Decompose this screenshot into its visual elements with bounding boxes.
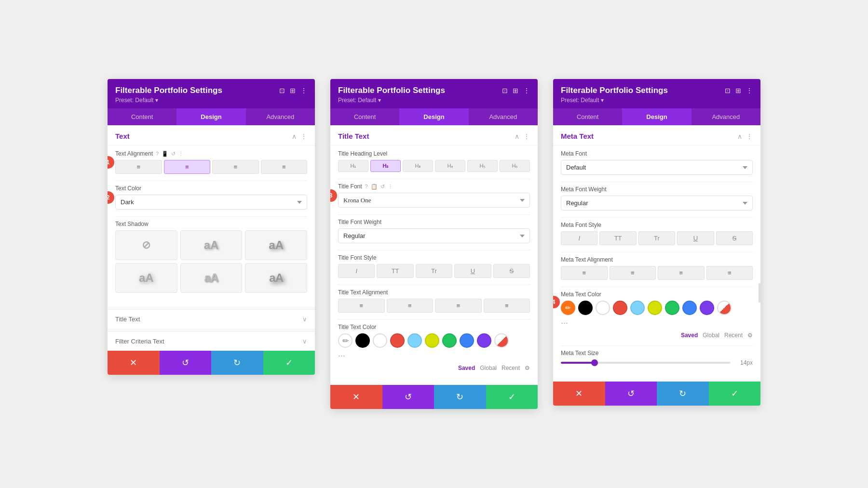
more-icon[interactable]: ⋮: [300, 87, 307, 94]
device-icon[interactable]: 📱: [162, 151, 168, 157]
swatch-purple-2[interactable]: [477, 333, 491, 348]
shadow-4[interactable]: aA: [180, 263, 243, 293]
meta-size-thumb[interactable]: [591, 359, 598, 366]
collapsible-filter-criteria-header[interactable]: Filter Criteria Text ∨: [108, 332, 315, 351]
tab-content-1[interactable]: Content: [108, 108, 176, 125]
recent-tab-3[interactable]: Recent: [724, 332, 743, 339]
strike-btn[interactable]: S: [493, 264, 530, 278]
title-align-right[interactable]: ≡: [435, 299, 482, 313]
h5-btn[interactable]: H₅: [467, 160, 498, 172]
options-icon-1[interactable]: ⋮: [300, 132, 307, 140]
tab-advanced-1[interactable]: Advanced: [246, 108, 315, 125]
options-icon-2[interactable]: ⋮: [523, 132, 530, 140]
scrollbar[interactable]: [759, 283, 760, 303]
global-tab-2[interactable]: Global: [480, 365, 497, 371]
more-icon-2[interactable]: ⋮: [523, 87, 530, 94]
meta-swatch-yellow[interactable]: [648, 301, 662, 315]
meta-swatch-purple[interactable]: [700, 301, 714, 315]
tab-design-3[interactable]: Design: [622, 108, 691, 125]
color-settings-2[interactable]: ⚙: [525, 365, 530, 371]
preset-chevron-3[interactable]: ▾: [601, 97, 604, 104]
meta-more-colors[interactable]: ···: [561, 318, 568, 328]
swatch-black-2[interactable]: [355, 333, 370, 348]
h4-btn[interactable]: H₄: [435, 160, 465, 172]
reset-icon[interactable]: ↺: [171, 151, 176, 157]
undo-button-3[interactable]: ↺: [605, 382, 657, 406]
swatch-blue-2[interactable]: [460, 333, 474, 348]
save-button-3[interactable]: ✓: [709, 382, 761, 406]
text-color-select[interactable]: Dark Light Custom: [115, 195, 307, 210]
options-icon-3[interactable]: ⋮: [746, 132, 753, 140]
more-icon-3[interactable]: ⋮: [746, 87, 753, 94]
font-help-icon[interactable]: ?: [365, 184, 368, 189]
align-left-btn[interactable]: ≡: [115, 160, 162, 174]
h3-btn[interactable]: H₃: [403, 160, 433, 172]
collapse-icon-1[interactable]: ∧: [292, 132, 297, 140]
meta-swatch-blue[interactable]: [682, 301, 697, 315]
align-center-btn[interactable]: ≡: [164, 160, 211, 174]
swatch-white-2[interactable]: [373, 333, 387, 348]
redo-button-3[interactable]: ↻: [657, 382, 709, 406]
shadow-none[interactable]: ⊘: [115, 230, 177, 260]
meta-tt-btn[interactable]: TT: [599, 231, 636, 245]
more-align-icon[interactable]: ⋮: [178, 151, 184, 157]
expand-icon-2[interactable]: ⊡: [502, 87, 508, 94]
font-reset-icon[interactable]: ↺: [380, 184, 385, 190]
grid-icon-2[interactable]: ⊞: [513, 87, 518, 94]
meta-align-right[interactable]: ≡: [658, 266, 705, 280]
collapse-icon-3[interactable]: ∧: [737, 132, 742, 140]
tab-design-1[interactable]: Design: [176, 108, 245, 125]
meta-strike-btn[interactable]: S: [716, 231, 753, 245]
shadow-3[interactable]: aA: [115, 263, 177, 293]
font-weight-select[interactable]: Regular Bold Light: [338, 228, 530, 243]
global-tab-3[interactable]: Global: [703, 332, 719, 339]
title-font-select[interactable]: Krona One Default: [338, 193, 530, 208]
meta-align-center[interactable]: ≡: [610, 266, 656, 280]
italic-btn[interactable]: I: [338, 264, 375, 278]
grid-icon-3[interactable]: ⊞: [735, 87, 741, 94]
redo-button-2[interactable]: ↻: [434, 385, 486, 409]
font-device-icon[interactable]: 📋: [371, 184, 378, 190]
meta-align-left[interactable]: ≡: [561, 266, 608, 280]
tr-btn[interactable]: Tr: [416, 264, 452, 278]
meta-swatch-cyan[interactable]: [630, 301, 645, 315]
h6-btn[interactable]: H₆: [500, 160, 530, 172]
recent-tab-2[interactable]: Recent: [502, 365, 520, 371]
meta-swatch-diagonal[interactable]: [717, 301, 732, 315]
align-justify-btn[interactable]: ≡: [261, 160, 308, 174]
saved-tab-3[interactable]: Saved: [681, 332, 698, 339]
tab-advanced-3[interactable]: Advanced: [692, 108, 760, 125]
cancel-button-3[interactable]: ✕: [553, 382, 605, 406]
title-align-justify[interactable]: ≡: [484, 299, 530, 313]
swatch-diagonal-2[interactable]: [494, 333, 509, 348]
meta-font-weight-select[interactable]: Regular Bold: [561, 196, 753, 211]
tab-design-2[interactable]: Design: [399, 108, 468, 125]
meta-tr-btn[interactable]: Tr: [638, 231, 675, 245]
color-settings-3[interactable]: ⚙: [747, 332, 753, 339]
help-icon[interactable]: ?: [156, 151, 159, 157]
swatch-cyan-2[interactable]: [407, 333, 422, 348]
shadow-1[interactable]: aA: [180, 230, 243, 260]
grid-icon[interactable]: ⊞: [290, 87, 296, 94]
title-align-left[interactable]: ≡: [338, 299, 385, 313]
color-picker-btn-3[interactable]: ✏: [561, 301, 575, 315]
meta-swatch-green[interactable]: [665, 301, 679, 315]
tt-btn[interactable]: TT: [377, 264, 413, 278]
tab-content-2[interactable]: Content: [330, 108, 399, 125]
tab-advanced-2[interactable]: Advanced: [469, 108, 538, 125]
meta-swatch-white[interactable]: [596, 301, 610, 315]
cancel-button-1[interactable]: ✕: [108, 351, 160, 375]
meta-underline-btn[interactable]: U: [677, 231, 714, 245]
underline-btn[interactable]: U: [454, 264, 491, 278]
align-right-btn[interactable]: ≡: [212, 160, 259, 174]
saved-tab-2[interactable]: Saved: [458, 365, 475, 371]
meta-italic-btn[interactable]: I: [561, 231, 597, 245]
font-more-icon[interactable]: ⋮: [388, 184, 393, 190]
expand-icon[interactable]: ⊡: [279, 87, 285, 94]
preset-chevron[interactable]: ▾: [155, 97, 158, 104]
swatch-red-2[interactable]: [390, 333, 405, 348]
collapse-icon-2[interactable]: ∧: [515, 132, 519, 140]
color-picker-btn-2[interactable]: ✏: [338, 333, 353, 348]
h2-btn[interactable]: H₂: [370, 160, 401, 172]
meta-swatch-red[interactable]: [613, 301, 627, 315]
